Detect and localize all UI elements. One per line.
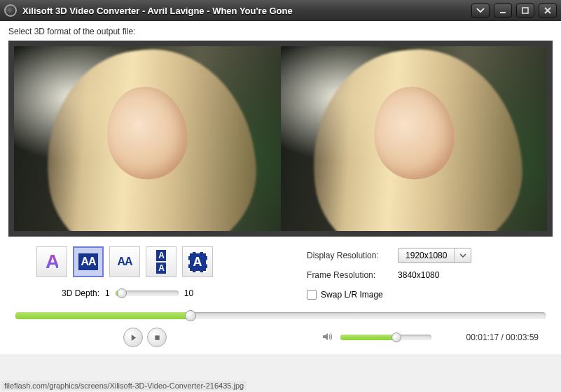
seek-bar-container (15, 312, 546, 319)
depth-min: 1 (105, 288, 110, 298)
format-anaglyph[interactable]: A (36, 246, 67, 277)
seek-slider-fill (15, 312, 191, 319)
stop-button[interactable] (147, 328, 167, 347)
sbs-half-icon: AA (115, 253, 134, 270)
depth-slider-knob[interactable] (117, 288, 127, 298)
preview-right (281, 46, 548, 231)
frame-resolution-label: Frame Resolution: (307, 270, 391, 280)
format-outline[interactable]: A (182, 246, 213, 277)
app-icon (4, 4, 17, 17)
video-preview[interactable] (14, 46, 547, 231)
minimize-button[interactable] (494, 4, 512, 18)
format-sbs-half[interactable]: AA (109, 246, 140, 277)
svg-rect-2 (155, 335, 159, 340)
svg-rect-1 (522, 8, 528, 13)
stop-icon (153, 334, 161, 342)
timecode: 00:01:17 / 00:03:59 (466, 332, 539, 342)
frame-resolution-value: 3840x1080 (398, 270, 439, 280)
minimize-icon (499, 6, 507, 15)
preview-container (8, 41, 553, 237)
depth-slider[interactable] (116, 290, 179, 296)
status-path: fileflash.com/graphics/screens/Xilisoft-… (1, 381, 247, 391)
chevron-down-icon (476, 6, 485, 15)
swap-lr-checkbox[interactable] (307, 290, 317, 300)
instruction-label: Select 3D format of the output file: (8, 27, 553, 36)
close-button[interactable] (539, 4, 557, 18)
format-selector: A AA AA A A A (36, 246, 279, 277)
format-sbs-full[interactable]: AA (73, 246, 104, 277)
close-icon (543, 6, 552, 15)
sbs-full-icon: AA (78, 253, 97, 270)
top-bottom-icon: A A (156, 250, 166, 274)
dropdown-button[interactable] (471, 4, 490, 18)
maximize-icon (521, 6, 529, 15)
display-resolution-label: Display Resolution: (307, 251, 391, 260)
chevron-down-icon (454, 248, 471, 262)
display-resolution-value: 1920x1080 (399, 251, 454, 260)
depth-control: 3D Depth: 1 10 (62, 288, 279, 298)
display-resolution-select[interactable]: 1920x1080 (398, 248, 471, 263)
play-icon (130, 334, 137, 342)
anaglyph-icon: A (46, 251, 58, 273)
maximize-button[interactable] (516, 4, 534, 18)
window-title: Xilisoft 3D Video Converter - Avril Lavi… (22, 6, 467, 16)
play-button[interactable] (123, 328, 143, 347)
outline-icon: A (188, 252, 207, 272)
volume-icon[interactable] (322, 332, 333, 344)
preview-left (14, 46, 281, 231)
seek-slider-knob[interactable] (185, 310, 196, 321)
seek-slider[interactable] (15, 312, 546, 319)
format-top-bottom[interactable]: A A (146, 246, 176, 277)
volume-slider[interactable] (340, 335, 431, 340)
title-bar: Xilisoft 3D Video Converter - Avril Lavi… (0, 0, 561, 21)
volume-slider-knob[interactable] (392, 332, 401, 342)
depth-label: 3D Depth: (62, 288, 99, 298)
swap-lr-label: Swap L/R Image (321, 290, 383, 300)
svg-rect-0 (500, 12, 506, 13)
volume-slider-fill (340, 335, 397, 340)
depth-max: 10 (184, 288, 193, 298)
